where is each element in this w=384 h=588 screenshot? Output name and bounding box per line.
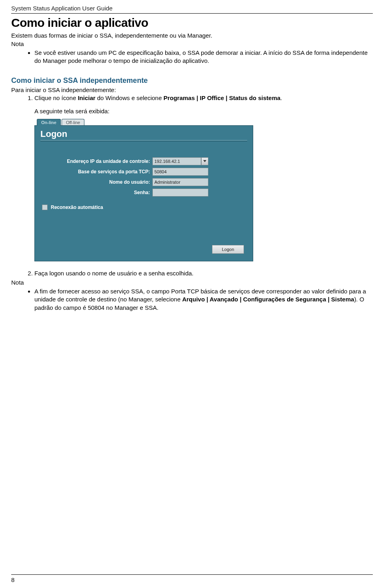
note-item-1: Se você estiver usando um PC de especifi… [34,49,373,65]
logon-title: Logon [40,129,247,139]
ip-label: Endereço IP da unidade de controle: [40,159,152,164]
reconnect-label: Reconexão automática [51,205,103,210]
tab-offline[interactable]: Off-line [62,119,84,126]
user-input[interactable] [152,178,208,186]
tab-bar: On-line Off-line [34,118,253,125]
nota-label-2: Nota [11,279,373,286]
ip-input[interactable] [152,157,201,165]
logon-button[interactable]: Logon [212,245,244,254]
note-item-2: A fim de fornecer acesso ao serviço SSA,… [34,287,373,312]
chevron-down-icon [203,160,206,162]
step-1: Clique no ícone Iniciar do Windows e sel… [34,94,373,102]
intro-text: Existem duas formas de iniciar o SSA, in… [11,32,373,39]
ip-dropdown-button[interactable] [201,157,208,165]
page-title: Como iniciar o aplicativo [11,16,373,30]
pwd-label: Senha: [40,190,152,195]
divider-dark [40,141,247,141]
logon-screenshot: On-line Off-line Logon Endereço IP da un… [34,118,253,261]
page-number: 8 [11,576,373,583]
divider-light [40,140,247,140]
pwd-input[interactable] [152,189,208,197]
port-input[interactable] [152,168,208,176]
nota-label-1: Nota [11,40,373,47]
user-label: Nome do usuário: [40,179,152,185]
reconnect-checkbox[interactable] [42,205,48,210]
step1-text-1: Clique no ícone [34,94,78,101]
page-footer: 8 [11,574,373,583]
step-2: Faça logon usando o nome de usuário e a … [34,269,373,277]
step1-bold-2: Programas | IP Office | Status do sistem… [164,94,280,101]
tab-online[interactable]: On-line [37,119,61,126]
section-intro: Para iniciar o SSA independentemente: [11,86,373,93]
step1-bold-1: Iniciar [78,94,95,101]
step1-text-3: . [280,94,282,101]
note2-bold: Arquivo | Avançado | Configurações de Se… [182,296,354,303]
step1-text-2: do Windows e selecione [96,94,164,101]
logon-panel: Logon Endereço IP da unidade de controle… [34,125,253,261]
port-label: Base de serviços da porta TCP: [40,169,152,175]
screen-label: A seguinte tela será exibida: [34,108,373,114]
doc-header: System Status Application User Guide [11,5,373,14]
section-heading: Como iniciar o SSA independentemente [11,76,373,85]
